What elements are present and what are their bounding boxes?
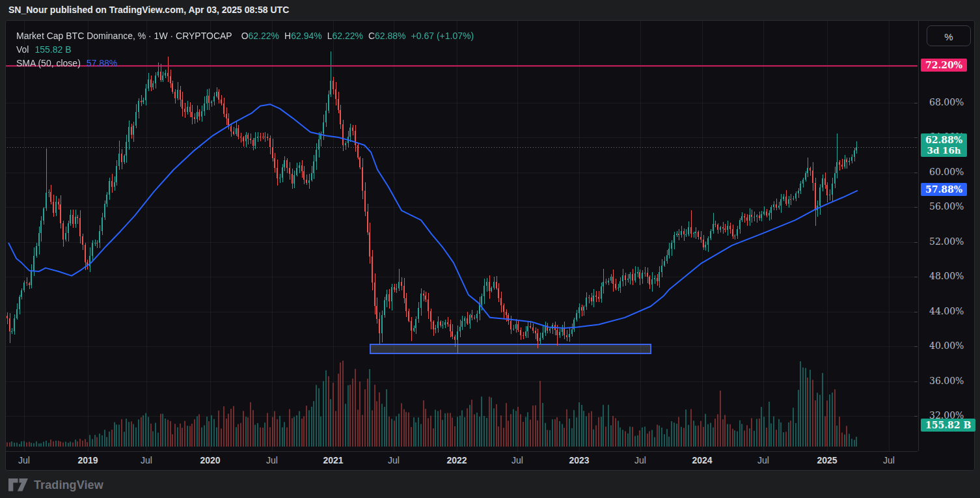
publish-bar: SN_Nour published on TradingView.com, Ap… (0, 0, 980, 20)
time-axis-label: 2023 (560, 455, 599, 465)
price-axis-label: 44.00% (924, 306, 972, 318)
ohlc-close-label: C (368, 31, 375, 41)
time-axis-label: Jul (744, 455, 783, 465)
sma-value: 57.88% (87, 58, 117, 68)
time-axis-label: 2025 (808, 455, 847, 465)
price-badge-resistance-level: 72.20% (921, 59, 967, 72)
time-axis-label: Jul (498, 455, 537, 465)
price-axis-label: 60.00% (924, 167, 972, 178)
price-axis-label: 36.00% (924, 376, 972, 387)
tradingview-logo-text: TradingView (34, 478, 103, 492)
price-axis-label: 56.00% (924, 201, 972, 213)
price-axis-label: 52.00% (924, 236, 972, 248)
price-countdown: 3d 16h (925, 145, 962, 156)
ohlc-close-value: 62.88% (375, 31, 405, 41)
chart-panel: Market Cap BTC Dominance, % · 1W · CRYPT… (5, 20, 975, 471)
time-axis-label: 2019 (68, 455, 107, 465)
change-value: +0.67 (+1.07%) (411, 31, 474, 41)
time-axis-label: Jul (869, 455, 908, 465)
time-axis-label: 2024 (683, 455, 722, 465)
legend-sma-row[interactable]: SMA (50, close)57.88% (16, 57, 474, 70)
time-axis-label: Jul (127, 455, 166, 465)
time-axis-label: Jul (252, 455, 292, 465)
price-badge-current-volume: 155.82 B (921, 419, 975, 432)
volume-label: Vol (16, 44, 29, 55)
ohlc-open-value: 62.22% (249, 31, 279, 41)
time-axis-label: 2020 (191, 455, 230, 465)
time-axis-label: Jul (374, 455, 413, 465)
tradingview-logo-icon (8, 478, 29, 492)
legend-symbol-row[interactable]: Market Cap BTC Dominance, % · 1W · CRYPT… (16, 29, 474, 43)
time-axis[interactable]: Jul2019Jul2020Jul2021Jul2022Jul2023Jul20… (6, 451, 918, 471)
percent-unit-button[interactable]: % (927, 25, 971, 46)
ohlc-high-label: H (284, 31, 291, 41)
price-chart-canvas[interactable] (6, 21, 918, 451)
tradingview-published-chart: SN_Nour published on TradingView.com, Ap… (0, 0, 980, 498)
plot-area: Market Cap BTC Dominance, % · 1W · CRYPT… (6, 21, 918, 451)
sma-label: SMA (50, close) (16, 58, 81, 68)
time-axis-label: Jul (621, 455, 660, 465)
price-badge-current-price: 62.88%3d 16h (921, 133, 967, 157)
price-axis-label: 40.00% (924, 340, 972, 352)
ohlc-low-value: 62.22% (332, 31, 362, 41)
ohlc-high-value: 62.94% (291, 31, 321, 41)
time-axis-label: 2021 (314, 455, 353, 465)
price-axis-label: 68.00% (924, 97, 972, 109)
price-axis-label: 48.00% (924, 271, 972, 283)
price-badge-sma-value: 57.88% (921, 183, 967, 196)
ohlc-open-label: O (241, 31, 249, 41)
legend-volume-row[interactable]: Vol155.82 B (16, 43, 474, 57)
time-axis-label: Jul (5, 455, 44, 465)
tradingview-logo[interactable]: TradingView (8, 475, 103, 495)
volume-value: 155.82 B (34, 44, 71, 55)
price-axis[interactable]: % 68.00%64.00%60.00%56.00%52.00%48.00%44… (918, 21, 975, 451)
publish-text: SN_Nour published on TradingView.com, Ap… (8, 5, 289, 15)
legend: Market Cap BTC Dominance, % · 1W · CRYPT… (16, 29, 474, 70)
time-axis-label: 2022 (437, 455, 476, 465)
symbol-title: Market Cap BTC Dominance, % · 1W · CRYPT… (16, 31, 232, 41)
